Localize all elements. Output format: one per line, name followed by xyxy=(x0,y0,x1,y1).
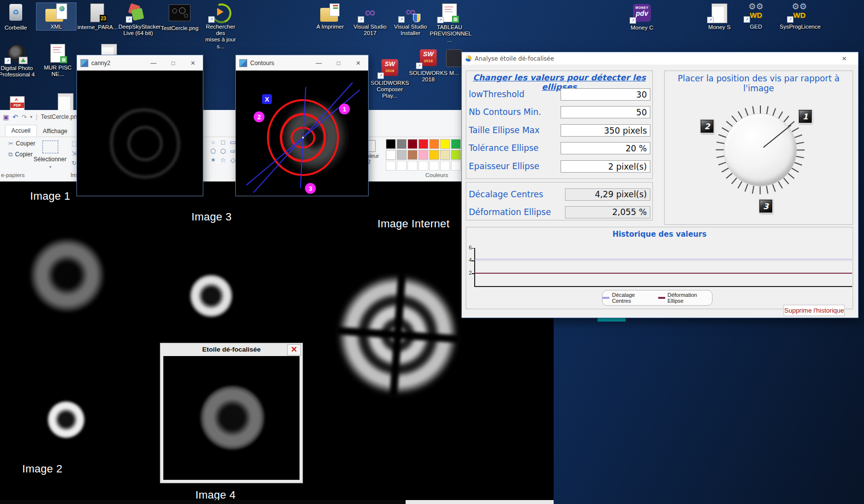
analyse-app-icon xyxy=(465,55,472,62)
chart-y-axis xyxy=(474,248,475,287)
defocused-star-image4 xyxy=(200,386,264,450)
result-label-0: Décalage Centres xyxy=(469,189,560,199)
chart-ytick-4: 4 xyxy=(464,257,472,263)
palette-swatch-11[interactable] xyxy=(397,150,407,160)
chart-title: Historique des valeurs xyxy=(466,230,853,239)
tab-affichage[interactable]: Affichage xyxy=(37,126,74,137)
desktop-icon-vs-installer[interactable]: ∞↗Visual Studio Installer xyxy=(391,3,430,36)
canny2-titlebar[interactable]: canny2 — □ ✕ xyxy=(77,55,203,71)
delete-history-button[interactable]: Supprime l'historique xyxy=(784,305,845,316)
desktop-icon-a-imprimer[interactable]: A Imprimer xyxy=(310,3,350,30)
shapes-palette[interactable]: ○□▭⬠⬡⇨✶☆◇ xyxy=(208,138,238,165)
desktop-icon-money-s[interactable]: ↗Money S xyxy=(700,3,739,31)
contour-marker-1: 1 xyxy=(339,104,350,114)
palette-swatch-12[interactable] xyxy=(408,150,417,160)
label-image3: Image 3 xyxy=(191,211,232,223)
palette-swatch-empty-6[interactable] xyxy=(451,161,461,171)
palette-swatch-empty-1[interactable] xyxy=(397,161,407,171)
chart-ytick-mark xyxy=(472,273,474,274)
canny2-minimize-button[interactable]: — xyxy=(144,56,163,71)
tab-accueil[interactable]: Accueil xyxy=(5,125,37,137)
param-input-4[interactable] xyxy=(561,160,650,173)
shape-icon-1[interactable]: □ xyxy=(218,138,228,147)
select-button[interactable]: Sélectionner xyxy=(34,156,67,163)
chart-ytick-mark xyxy=(472,260,474,261)
palette-swatch-16[interactable] xyxy=(451,150,461,160)
palette-swatch-13[interactable] xyxy=(418,150,428,160)
contours-maximize-button[interactable]: □ xyxy=(329,56,348,71)
canny2-maximize-button[interactable]: □ xyxy=(163,56,183,71)
analyse-titlebar[interactable]: Analyse étoile dé-focalisée ✕ xyxy=(462,52,858,65)
param-input-0[interactable] xyxy=(561,88,650,101)
palette-swatch-1[interactable] xyxy=(397,139,407,149)
cut-button[interactable]: ✂ Couper xyxy=(8,140,35,147)
etoile-titlebar[interactable]: Etoile dé-focalisée xyxy=(160,343,302,356)
palette-swatch-2[interactable] xyxy=(408,139,417,149)
desktop-icon-digital-photo[interactable]: ↗Digital Photo Professional 4 xyxy=(0,43,37,78)
canny2-close-button[interactable]: ✕ xyxy=(183,56,203,71)
contours-close-button[interactable]: ✕ xyxy=(348,56,368,71)
desktop-icon-vs2017[interactable]: ∞↗Visual Studio 2017 xyxy=(350,3,390,36)
palette-swatch-10[interactable] xyxy=(386,150,396,160)
chart-ytick-2: 2 xyxy=(464,270,472,276)
palette-swatch-empty-4[interactable] xyxy=(429,161,439,171)
legend-item-0: Décalage Centres xyxy=(602,292,653,304)
desktop: ♻CorbeilleXML23interne_PARA...↗DeepSkySt… xyxy=(0,0,864,504)
palette-swatch-14[interactable] xyxy=(429,150,439,160)
shape-icon-7[interactable]: ☆ xyxy=(218,156,228,165)
shape-icon-6[interactable]: ✶ xyxy=(208,156,218,165)
palette-swatch-15[interactable] xyxy=(440,150,450,160)
desktop-icon-tableau[interactable]: ▦↗TABLEAU PREVISIONNEL ... xyxy=(430,3,469,44)
clipboard-group-label: e-papiers xyxy=(1,172,25,178)
rotate-icon[interactable]: ↻ xyxy=(72,160,76,167)
shape-icon-4[interactable]: ⬡ xyxy=(218,147,228,156)
param-label-4: Epaisseur Ellipse xyxy=(469,161,560,171)
scissors-icon: ✂ xyxy=(8,140,13,147)
analyse-close-button[interactable]: ✕ xyxy=(834,53,854,65)
palette-swatch-empty-5[interactable] xyxy=(440,161,450,171)
desktop-icon-ged[interactable]: ⚙⚙WD↗GED xyxy=(736,3,776,30)
contours-titlebar[interactable]: Contours — □ ✕ xyxy=(236,55,368,71)
copy-button[interactable]: ⧉ Copier xyxy=(8,151,33,158)
chart-ytick-mark xyxy=(472,248,474,249)
desktop-icon-label: DeepSkyStacker Live (64 bit) xyxy=(118,24,158,36)
testcercle-icon xyxy=(167,4,192,24)
desktop-icon-corbeille[interactable]: ♻Corbeille xyxy=(0,3,36,31)
contours-minimize-button[interactable]: — xyxy=(309,56,329,71)
shape-icon-3[interactable]: ⬠ xyxy=(208,147,218,156)
param-input-1[interactable] xyxy=(561,106,650,118)
desktop-icon-money-c[interactable]: MONEYpdv↗Money C xyxy=(622,3,662,31)
crop-icon[interactable]: ⬚ xyxy=(72,140,77,147)
select-dropdown-icon[interactable]: ▾ xyxy=(49,165,51,169)
desktop-icon-testcercle[interactable]: TestCercle.png xyxy=(160,3,199,32)
desktop-icon-rechercher[interactable]: ↗Rechercher des mises à jour s... xyxy=(201,3,240,50)
palette-swatch-empty-2[interactable] xyxy=(408,161,417,171)
vs-installer-icon: ∞↗ xyxy=(398,3,423,23)
desktop-icon-deepskystacker[interactable]: ↗DeepSkyStacker Live (64 bit) xyxy=(118,3,158,36)
dial-tick xyxy=(716,149,724,150)
undo-icon[interactable]: ↶ xyxy=(12,113,18,121)
param-input-2[interactable] xyxy=(561,124,650,137)
palette-swatch-0[interactable] xyxy=(386,139,396,149)
palette-swatch-3[interactable] xyxy=(418,139,428,149)
palette-swatch-6[interactable] xyxy=(451,139,461,149)
resize-icon[interactable]: ⇲ xyxy=(72,150,76,157)
desktop-icon-sw-composer[interactable]: SW2018↗SOLIDWORKS Composer Play... xyxy=(370,58,410,100)
legend-label: Déformation Ellipse xyxy=(668,292,712,304)
palette-swatch-4[interactable] xyxy=(429,139,439,149)
palette-swatch-5[interactable] xyxy=(440,139,450,149)
param-input-3[interactable] xyxy=(561,142,650,154)
desktop-icon-interne-para[interactable]: 23interne_PARA... xyxy=(77,3,117,31)
desktop-icon-mur-pisc[interactable]: ▦MUR PISC NE... xyxy=(38,43,77,77)
etoile-close-button[interactable]: ✕ xyxy=(287,344,301,356)
redo-icon[interactable]: ↷ xyxy=(21,113,27,121)
shape-icon-0[interactable]: ○ xyxy=(208,138,218,147)
desktop-icon-xml[interactable]: XML xyxy=(37,3,76,30)
desktop-icon-sysproglicence[interactable]: ⚙⚙WD↗SysProgLicence xyxy=(780,3,819,30)
contours-title: Contours xyxy=(250,60,274,67)
palette-swatch-empty-0[interactable] xyxy=(386,161,396,171)
defocused-star-image1 xyxy=(30,238,104,312)
screw-position-dial[interactable] xyxy=(724,114,796,186)
qat-dropdown-icon[interactable]: ▾ xyxy=(30,114,33,119)
palette-swatch-empty-3[interactable] xyxy=(418,161,428,171)
